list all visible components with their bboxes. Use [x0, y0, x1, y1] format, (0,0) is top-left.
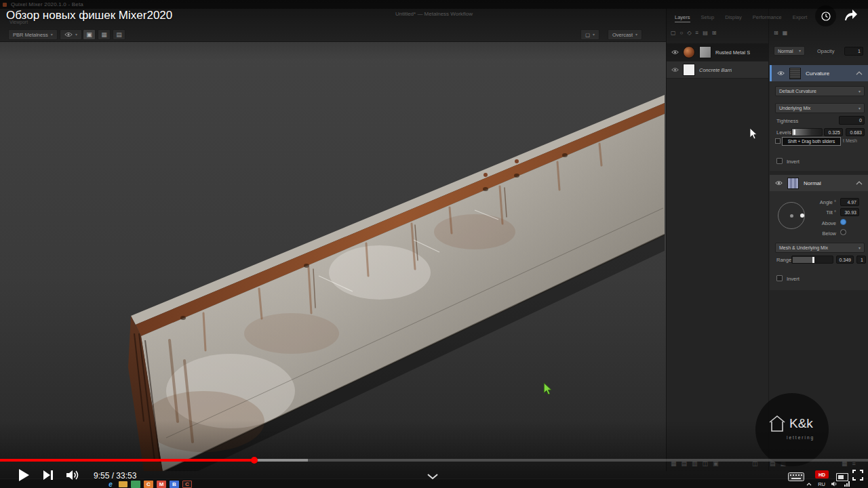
language-indicator[interactable]: RU: [818, 481, 825, 487]
tab-setup[interactable]: Setup: [701, 14, 715, 22]
taskbar-app-3[interactable]: [131, 481, 140, 488]
camera-dropdown[interactable]: ▢ ▾: [580, 29, 599, 40]
progress-scrubber[interactable]: [251, 457, 258, 464]
tab-performance[interactable]: Performance: [753, 14, 782, 22]
video-player: Quixel Mixer 2020.1.0 - Beta Untitled* —…: [0, 0, 868, 488]
progress-bar[interactable]: [0, 459, 868, 462]
eye-icon: [64, 32, 73, 37]
caret-down-icon: ▾: [635, 33, 637, 37]
tab-export[interactable]: Export: [793, 14, 808, 22]
keyboard-icon[interactable]: [788, 472, 804, 484]
add-mask-icon[interactable]: ⊞: [712, 30, 717, 36]
levels-slider[interactable]: [791, 128, 823, 136]
above-radio[interactable]: [840, 219, 846, 225]
share-button[interactable]: [843, 8, 859, 24]
normal-section-header[interactable]: Normal: [770, 175, 868, 191]
tilt-value-field[interactable]: 30.93: [840, 208, 859, 216]
add-noise-layer-icon[interactable]: ≡: [696, 30, 699, 36]
taskbar-app-7[interactable]: C: [182, 481, 192, 488]
dial-knob[interactable]: [800, 214, 804, 218]
theater-mode-button[interactable]: [836, 472, 848, 484]
3d-render-concrete-barrier: [0, 42, 666, 471]
taskbar-app-4[interactable]: C: [144, 481, 153, 488]
tray-chevron-up-icon[interactable]: [806, 483, 812, 486]
material-sphere-thumbnail[interactable]: [683, 46, 695, 58]
clipped-mesh-label: t Mesh: [843, 138, 857, 143]
mute-button[interactable]: [66, 470, 81, 483]
time-display: 9:55 / 33:53: [94, 471, 136, 481]
mesh-underlying-mix-dropdown[interactable]: Mesh & Underlying Mix ▾: [775, 243, 865, 253]
layer-row-concrete-barrier[interactable]: Concrete Barri: [667, 61, 768, 79]
above-label: Above: [805, 220, 836, 226]
channel-watermark[interactable]: K&k lettering: [755, 393, 829, 466]
below-radio[interactable]: [840, 229, 846, 235]
tightness-value-field[interactable]: 0: [839, 116, 865, 125]
range-min-field[interactable]: 0.349: [836, 256, 854, 264]
add-solid-layer-icon[interactable]: ○: [680, 30, 684, 36]
layer-visibility-eye-icon[interactable]: [671, 49, 679, 55]
layer-row-rusted-metal[interactable]: Rusted Metal S: [667, 43, 768, 61]
layer-tools-row: ▢ ○ ◇ ≡ ▤ ⊞: [671, 30, 717, 36]
pbr-mode-label: PBR Metalness: [13, 32, 48, 38]
caret-down-icon: ▾: [75, 33, 77, 37]
tightness-label: Tightness: [776, 118, 798, 124]
chevron-down-icon[interactable]: [427, 470, 438, 483]
curvature-type-dropdown[interactable]: Default Curvature ▾: [775, 86, 865, 96]
blend-mode-label: Normal: [778, 49, 793, 54]
curvature-section-header[interactable]: Curvature: [770, 65, 868, 81]
props-tools-row: ⊞ ▦: [774, 30, 787, 36]
blend-mode-dropdown[interactable]: Normal ▾: [774, 46, 805, 56]
opacity-value-field[interactable]: 1: [844, 47, 863, 56]
props-grid-icon[interactable]: ⊞: [774, 30, 778, 36]
grid-view-button[interactable]: ▤: [113, 29, 125, 40]
caret-down-icon: ▾: [593, 33, 595, 37]
watch-later-button[interactable]: [815, 5, 836, 26]
view-mode-dropdown[interactable]: ▾: [60, 29, 82, 40]
props-layout-icon[interactable]: ▦: [783, 30, 788, 36]
visibility-eye-icon[interactable]: [777, 70, 785, 76]
underlying-mix-dropdown[interactable]: Underlying Mix ▾: [775, 103, 865, 113]
levels-min-field[interactable]: 0.325: [824, 128, 843, 136]
hd-quality-badge[interactable]: HD: [815, 470, 829, 479]
range-slider[interactable]: [791, 256, 833, 264]
angle-label: Angle °: [805, 199, 836, 205]
taskbar-app-6[interactable]: B: [170, 481, 179, 488]
fullscreen-button[interactable]: [852, 470, 863, 483]
grid-3x3-icon: ▤: [116, 31, 122, 38]
environment-dropdown[interactable]: Overcast ▾: [608, 29, 642, 40]
link-sliders-checkbox[interactable]: [775, 138, 781, 144]
video-title[interactable]: Обзор новых фишек Mixer2020: [6, 9, 172, 22]
add-group-icon[interactable]: ▤: [703, 30, 708, 36]
below-label: Below: [805, 230, 836, 237]
highlighted-cursor: [543, 382, 552, 398]
texture-view-button[interactable]: ▣: [83, 29, 96, 40]
range-max-field[interactable]: 1: [856, 256, 866, 264]
taskbar-app-5[interactable]: M: [157, 481, 166, 488]
add-surface-layer-icon[interactable]: ▢: [671, 30, 676, 36]
tab-display[interactable]: Display: [725, 14, 742, 22]
image-icon: ▣: [86, 31, 92, 38]
caret-down-icon: ▾: [51, 33, 53, 37]
angle-value-field[interactable]: 4.97: [840, 198, 859, 206]
split-view-button[interactable]: ▦: [98, 29, 111, 40]
layer-visibility-eye-icon[interactable]: [671, 67, 679, 73]
taskbar-app-browser[interactable]: e: [106, 481, 115, 488]
taskbar-app-folder[interactable]: [119, 481, 127, 487]
curvature-invert-checkbox[interactable]: [776, 158, 783, 164]
collapse-chevron-icon[interactable]: [856, 71, 863, 75]
pbr-mode-dropdown[interactable]: PBR Metalness ▾: [8, 29, 58, 40]
collapse-chevron-icon[interactable]: [856, 181, 863, 185]
light-angle-dial[interactable]: [778, 202, 805, 229]
normal-invert-checkbox[interactable]: [776, 275, 783, 281]
visibility-eye-icon[interactable]: [775, 180, 783, 186]
play-button[interactable]: [19, 469, 29, 481]
viewport-3d-canvas[interactable]: [0, 42, 666, 471]
layer-mask-thumbnail[interactable]: [699, 46, 711, 58]
add-decal-layer-icon[interactable]: ◇: [687, 30, 691, 36]
tab-layers[interactable]: Layers: [675, 14, 690, 22]
levels-max-field[interactable]: 0.683: [846, 128, 865, 136]
next-button[interactable]: [43, 470, 54, 483]
range-slider-handle[interactable]: [812, 257, 814, 263]
lev els-slider-handle[interactable]: [793, 129, 795, 135]
base-layer-thumbnail[interactable]: [683, 64, 695, 76]
